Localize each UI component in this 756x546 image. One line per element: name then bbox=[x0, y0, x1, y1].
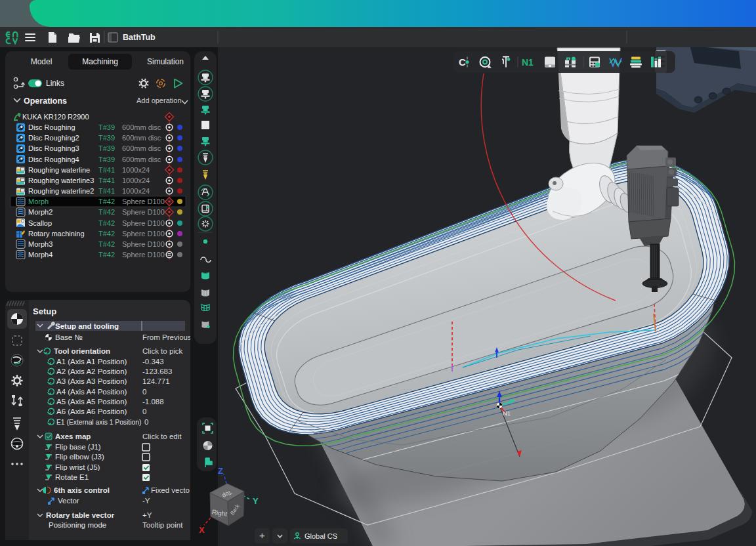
svg-text:A2 (Axis A2 Position): A2 (Axis A2 Position) bbox=[56, 368, 127, 375]
svg-text:-0.343: -0.343 bbox=[142, 358, 164, 366]
svg-text:-123.683: -123.683 bbox=[142, 368, 172, 375]
svg-text:Sphere D100: Sphere D100 bbox=[122, 198, 165, 205]
svg-text:Z: Z bbox=[218, 466, 223, 476]
svg-text:Click to edit: Click to edit bbox=[142, 432, 182, 440]
svg-text:0: 0 bbox=[142, 408, 146, 415]
svg-text:Positioning mode: Positioning mode bbox=[49, 521, 106, 529]
svg-text:BathTub: BathTub bbox=[123, 33, 156, 42]
svg-text:T#39: T#39 bbox=[98, 123, 115, 131]
svg-text:600mm disc: 600mm disc bbox=[122, 123, 161, 131]
svg-text:600mm disc: 600mm disc bbox=[122, 156, 161, 163]
svg-text:T#42: T#42 bbox=[98, 251, 115, 259]
svg-text:A4 (Axis A4 Position): A4 (Axis A4 Position) bbox=[56, 388, 127, 396]
svg-text:T#39: T#39 bbox=[98, 134, 115, 142]
svg-text:Flip elbow (J3): Flip elbow (J3) bbox=[55, 453, 104, 461]
svg-text:A6 (Axis A6 Position): A6 (Axis A6 Position) bbox=[56, 408, 127, 415]
svg-text:T#42: T#42 bbox=[98, 198, 115, 205]
svg-text:Sphere D100: Sphere D100 bbox=[122, 230, 165, 238]
svg-text:Tooltip point: Tooltip point bbox=[142, 521, 183, 529]
svg-text:Morph3: Morph3 bbox=[28, 240, 52, 248]
svg-text:C: C bbox=[459, 56, 466, 68]
svg-text:T#41: T#41 bbox=[98, 187, 115, 195]
svg-text:Axes map: Axes map bbox=[55, 432, 91, 440]
svg-text:Flip wrist (J5): Flip wrist (J5) bbox=[55, 463, 100, 471]
svg-text:A3 (Axis A3 Position): A3 (Axis A3 Position) bbox=[56, 377, 127, 385]
svg-text:Base №: Base № bbox=[55, 333, 83, 341]
svg-text:Sphere D100: Sphere D100 bbox=[122, 240, 165, 248]
svg-text:Tool orientation: Tool orientation bbox=[54, 347, 110, 355]
svg-text:600mm disc: 600mm disc bbox=[122, 144, 161, 152]
svg-text:1000x24: 1000x24 bbox=[122, 166, 150, 174]
svg-text:1000x24: 1000x24 bbox=[122, 177, 150, 184]
svg-text:T#42: T#42 bbox=[98, 208, 115, 216]
svg-text:Sphere D100: Sphere D100 bbox=[122, 219, 165, 227]
svg-text:0: 0 bbox=[144, 418, 148, 426]
svg-text:T#39: T#39 bbox=[98, 156, 115, 163]
svg-text:X: X bbox=[199, 525, 205, 535]
svg-text:From Previous: From Previous bbox=[142, 333, 190, 341]
svg-text:T#42: T#42 bbox=[98, 230, 115, 238]
svg-text:T#42: T#42 bbox=[98, 240, 115, 248]
svg-text:Morph: Morph bbox=[28, 198, 49, 205]
svg-text:Click to pick: Click to pick bbox=[142, 347, 183, 355]
svg-text:Disc Roughing: Disc Roughing bbox=[28, 123, 75, 131]
svg-text:Roughing waterline2: Roughing waterline2 bbox=[28, 187, 94, 195]
svg-text:Disc Roughing3: Disc Roughing3 bbox=[28, 144, 79, 152]
svg-text:Y: Y bbox=[253, 496, 259, 506]
svg-text:Roughing waterline: Roughing waterline bbox=[28, 166, 90, 174]
svg-text:-Y: -Y bbox=[142, 497, 150, 505]
svg-text:-1.088: -1.088 bbox=[142, 398, 164, 406]
svg-text:1000x24: 1000x24 bbox=[122, 187, 150, 195]
svg-text:Links: Links bbox=[46, 79, 64, 88]
svg-text:T#42: T#42 bbox=[98, 219, 115, 227]
svg-text:N1: N1 bbox=[503, 410, 511, 417]
svg-text:A5 (Axis A5 Position): A5 (Axis A5 Position) bbox=[56, 398, 127, 406]
svg-text:600mm disc: 600mm disc bbox=[122, 134, 161, 142]
svg-text:T#39: T#39 bbox=[98, 144, 115, 152]
svg-text:0: 0 bbox=[142, 388, 146, 396]
svg-text:+Y: +Y bbox=[142, 511, 152, 519]
svg-text:Morph2: Morph2 bbox=[28, 208, 52, 216]
svg-text:Operations: Operations bbox=[24, 96, 67, 106]
svg-text:E1 (External axis 1 Position): E1 (External axis 1 Position) bbox=[56, 419, 141, 426]
svg-text:A1 (Axis A1 Position): A1 (Axis A1 Position) bbox=[56, 358, 127, 366]
svg-text:Sphere D100: Sphere D100 bbox=[122, 208, 165, 216]
svg-text:Global CS: Global CS bbox=[304, 532, 337, 540]
svg-text:T#41: T#41 bbox=[98, 177, 115, 184]
svg-text:Scallop: Scallop bbox=[28, 219, 52, 227]
svg-text:Rotary table vector: Rotary table vector bbox=[46, 511, 115, 519]
svg-text:Disc Roughing2: Disc Roughing2 bbox=[28, 134, 79, 142]
svg-text:Morph4: Morph4 bbox=[28, 251, 52, 259]
svg-text:Rotate E1: Rotate E1 bbox=[55, 473, 89, 481]
svg-text:6th axis control: 6th axis control bbox=[54, 486, 110, 494]
svg-text:KUKA KR120 R2900: KUKA KR120 R2900 bbox=[22, 113, 89, 121]
svg-text:Add operation: Add operation bbox=[136, 96, 182, 104]
svg-text:Setup and tooling: Setup and tooling bbox=[55, 322, 119, 330]
svg-text:N1: N1 bbox=[522, 57, 534, 68]
svg-text:Sphere D100: Sphere D100 bbox=[122, 251, 165, 259]
svg-text:124.771: 124.771 bbox=[142, 377, 170, 385]
svg-text:Vector: Vector bbox=[58, 497, 79, 505]
svg-text:Disc Roughing4: Disc Roughing4 bbox=[28, 156, 79, 163]
svg-text:T#41: T#41 bbox=[98, 166, 115, 174]
svg-text:Flip base (J1): Flip base (J1) bbox=[55, 443, 101, 451]
svg-text:Fixed vecto: Fixed vecto bbox=[151, 486, 190, 494]
svg-text:Roughing waterline3: Roughing waterline3 bbox=[28, 177, 94, 184]
svg-text:Rotary machining: Rotary machining bbox=[28, 230, 85, 238]
